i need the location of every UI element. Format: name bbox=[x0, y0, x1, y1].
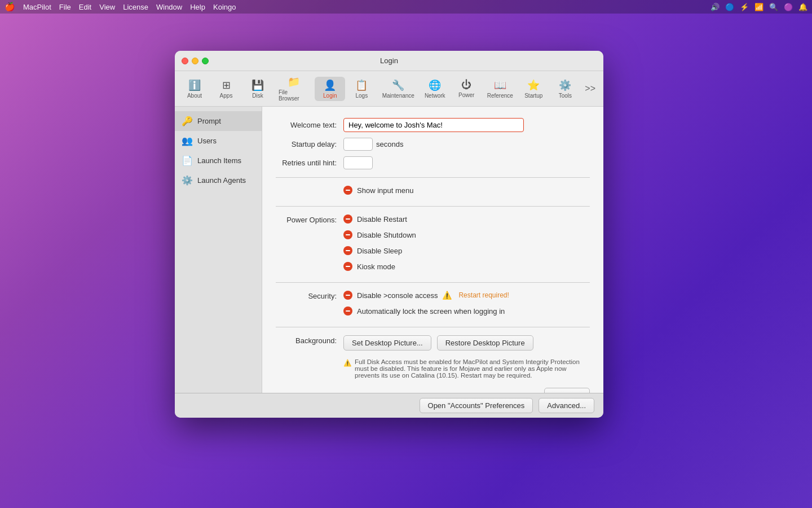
menu-koingo[interactable]: Koingo bbox=[213, 3, 236, 11]
toolbar-startup[interactable]: ⭐ Startup bbox=[518, 77, 549, 101]
menu-view[interactable]: View bbox=[99, 3, 115, 11]
sidebar-users-label: Users bbox=[197, 137, 217, 145]
volume-icon[interactable]: 🔊 bbox=[710, 3, 720, 11]
network-icon: 🌐 bbox=[429, 79, 441, 91]
show-input-menu-option[interactable]: Show input menu bbox=[343, 186, 413, 195]
toolbar-about-label: About bbox=[187, 93, 202, 99]
main-area: 🔑 Prompt 👥 Users 📄 Launch Items ⚙️ Launc… bbox=[175, 107, 603, 393]
retries-hint-label: Retries until hint: bbox=[276, 159, 343, 167]
divider-3 bbox=[276, 282, 590, 283]
security-label: Security: bbox=[276, 291, 343, 300]
reference-icon: 📖 bbox=[494, 79, 506, 91]
bluetooth-icon[interactable]: 🔵 bbox=[725, 3, 734, 11]
wifi-icon[interactable]: 📶 bbox=[754, 3, 764, 11]
disable-sleep-option[interactable]: Disable Sleep bbox=[343, 246, 416, 255]
toolbar: ℹ️ About ⊞ Apps 💾 Disk 📁 File Browser 👤 … bbox=[175, 71, 603, 107]
menu-license[interactable]: License bbox=[123, 3, 148, 11]
restore-desktop-picture-button[interactable]: Restore Desktop Picture bbox=[437, 335, 533, 351]
welcome-text-input[interactable] bbox=[343, 118, 524, 132]
minimize-button[interactable] bbox=[192, 58, 198, 64]
divider-4 bbox=[276, 327, 590, 327]
reset-all-row: Reset All bbox=[276, 388, 590, 393]
retries-hint-row: Retries until hint: bbox=[276, 156, 590, 169]
maintenance-icon: 🔧 bbox=[392, 79, 404, 91]
toolbar-file-browser[interactable]: 📁 File Browser bbox=[274, 73, 314, 104]
sidebar-item-users[interactable]: 👥 Users bbox=[175, 131, 262, 151]
toolbar-disk[interactable]: 💾 Disk bbox=[242, 77, 273, 101]
auto-lock-toggle[interactable] bbox=[343, 306, 352, 316]
sidebar-launch-items-label: Launch Items bbox=[197, 156, 241, 165]
control-center-icon[interactable]: 🟣 bbox=[784, 3, 793, 11]
sidebar-item-launch-agents[interactable]: ⚙️ Launch Agents bbox=[175, 170, 262, 190]
set-desktop-picture-button[interactable]: Set Desktop Picture... bbox=[343, 335, 431, 351]
disable-shutdown-option[interactable]: Disable Shutdown bbox=[343, 230, 416, 239]
toolbar-reference-label: Reference bbox=[487, 93, 513, 99]
toolbar-startup-label: Startup bbox=[524, 93, 542, 99]
toolbar-network[interactable]: 🌐 Network bbox=[420, 77, 450, 101]
prompt-icon: 🔑 bbox=[182, 116, 193, 126]
toolbar-tools[interactable]: ⚙️ Tools bbox=[550, 77, 580, 101]
kiosk-mode-toggle[interactable] bbox=[343, 262, 352, 271]
toolbar-network-label: Network bbox=[425, 93, 445, 99]
startup-delay-input[interactable] bbox=[343, 138, 373, 151]
restart-warning-icon: ⚠️ bbox=[442, 291, 452, 300]
disk-icon: 💾 bbox=[251, 79, 264, 91]
retries-hint-input[interactable] bbox=[343, 156, 373, 169]
file-browser-icon: 📁 bbox=[288, 76, 300, 88]
menu-macpilot[interactable]: MacPilot bbox=[23, 3, 51, 11]
welcome-text-row: Welcome text: bbox=[276, 118, 590, 132]
kiosk-mode-label: Kiosk mode bbox=[357, 262, 395, 271]
battery-icon[interactable]: ⚡ bbox=[740, 3, 749, 11]
advanced-button[interactable]: Advanced... bbox=[539, 398, 594, 413]
login-window: Login ℹ️ About ⊞ Apps 💾 Disk 📁 File Brow… bbox=[175, 51, 603, 418]
toolbar-logs[interactable]: 📋 Logs bbox=[346, 77, 377, 101]
auto-lock-option[interactable]: Automatically lock the screen when loggi… bbox=[343, 306, 509, 316]
titlebar: Login bbox=[175, 51, 603, 71]
toolbar-login[interactable]: 👤 Login bbox=[315, 77, 345, 101]
menu-window[interactable]: Window bbox=[156, 3, 182, 11]
close-button[interactable] bbox=[182, 58, 188, 64]
sidebar-item-launch-items[interactable]: 📄 Launch Items bbox=[175, 151, 262, 170]
disable-restart-toggle[interactable] bbox=[343, 214, 352, 224]
reset-all-button[interactable]: Reset All bbox=[544, 388, 590, 393]
toolbar-more-button[interactable]: >> bbox=[581, 81, 599, 96]
disable-console-option[interactable]: Disable >console access ⚠️ Restart requi… bbox=[343, 291, 509, 300]
toolbar-disk-label: Disk bbox=[252, 93, 263, 99]
toolbar-reference[interactable]: 📖 Reference bbox=[483, 77, 517, 101]
divider-2 bbox=[276, 206, 590, 207]
toolbar-apps[interactable]: ⊞ Apps bbox=[211, 77, 241, 101]
security-row: Security: Disable >console access ⚠️ Res… bbox=[276, 291, 590, 319]
disable-restart-option[interactable]: Disable Restart bbox=[343, 214, 416, 224]
toolbar-about[interactable]: ℹ️ About bbox=[179, 77, 210, 101]
disable-sleep-toggle[interactable] bbox=[343, 246, 352, 255]
warning-triangle-icon: ⚠️ bbox=[343, 359, 351, 367]
background-warning-text: Full Disk Access must be enabled for Mac… bbox=[355, 358, 590, 379]
search-icon[interactable]: 🔍 bbox=[769, 3, 778, 11]
logs-icon: 📋 bbox=[355, 79, 368, 91]
show-input-menu-text: Show input menu bbox=[357, 186, 413, 195]
menu-file[interactable]: File bbox=[59, 3, 71, 11]
power-options-label: Power Options: bbox=[276, 214, 343, 224]
sidebar: 🔑 Prompt 👥 Users 📄 Launch Items ⚙️ Launc… bbox=[175, 107, 262, 393]
kiosk-mode-option[interactable]: Kiosk mode bbox=[343, 262, 416, 271]
open-accounts-prefs-button[interactable]: Open "Accounts" Preferences bbox=[420, 398, 533, 413]
toolbar-power[interactable]: ⏻ Power bbox=[451, 77, 482, 100]
power-options-group: Disable Restart Disable Shutdown Disable… bbox=[343, 214, 416, 274]
toolbar-power-label: Power bbox=[458, 92, 474, 98]
apple-menu[interactable]: 🍎 bbox=[5, 2, 15, 12]
toolbar-file-browser-label: File Browser bbox=[279, 89, 309, 102]
menu-edit[interactable]: Edit bbox=[79, 3, 91, 11]
maximize-button[interactable] bbox=[202, 58, 209, 64]
notification-icon[interactable]: 🔔 bbox=[798, 3, 807, 11]
sidebar-prompt-label: Prompt bbox=[197, 117, 221, 125]
toolbar-maintenance[interactable]: 🔧 Maintenance bbox=[378, 77, 418, 101]
menu-help[interactable]: Help bbox=[190, 3, 205, 11]
sidebar-item-prompt[interactable]: 🔑 Prompt bbox=[175, 111, 262, 131]
startup-delay-label: Startup delay: bbox=[276, 140, 343, 148]
toolbar-apps-label: Apps bbox=[220, 93, 233, 99]
show-input-menu-toggle[interactable] bbox=[343, 186, 352, 195]
disable-console-toggle[interactable] bbox=[343, 291, 352, 300]
traffic-lights bbox=[182, 58, 209, 64]
disable-shutdown-toggle[interactable] bbox=[343, 230, 352, 239]
toolbar-tools-label: Tools bbox=[559, 93, 572, 99]
